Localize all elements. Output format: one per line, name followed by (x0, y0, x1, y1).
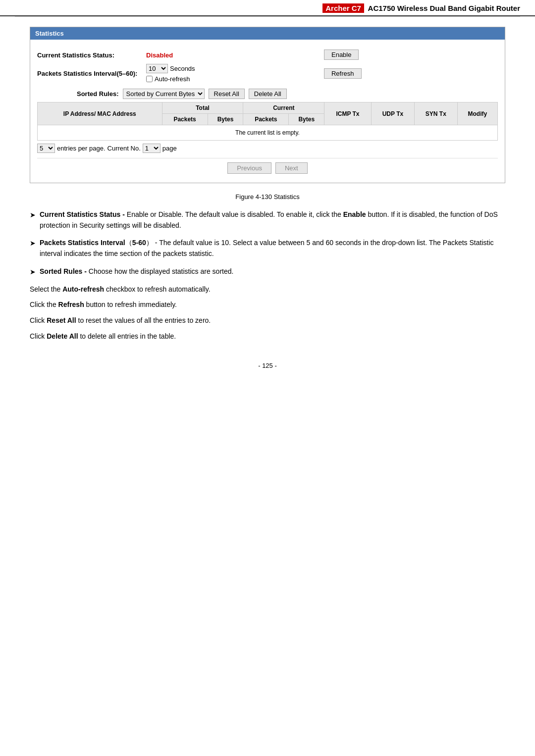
bullet-item-3: ➤ Sorted Rules - Choose how the displaye… (30, 266, 505, 277)
col-packets-current-header: Packets (243, 114, 289, 125)
entries-per-page-select[interactable]: 5 10 20 (37, 144, 55, 153)
col-udp-header: UDP Tx (371, 102, 414, 125)
refresh-button[interactable]: Refresh (324, 68, 362, 79)
col-bytes-current-header: Bytes (289, 114, 324, 125)
current-status-label: Current Statistics Status: (37, 51, 114, 59)
statistics-box: Statistics Current Statistics Status: Di… (30, 27, 505, 183)
bullet-arrow-2: ➤ (30, 238, 36, 249)
empty-table-row: The current list is empty. (38, 125, 498, 141)
bullet-item-2: ➤ Packets Statistics Interval（5-60） - Th… (30, 238, 505, 259)
col-modify-header: Modify (457, 102, 497, 125)
para-autorefresh: Select the Auto-refresh checkbox to refr… (30, 284, 505, 295)
brand: Archer C7 AC1750 Wireless Dual Band Giga… (322, 4, 520, 12)
form-table: Current Statistics Status: Disabled Enab… (37, 48, 498, 85)
model-label: Archer C7 (322, 3, 364, 13)
col-packets-total-header: Packets (162, 114, 208, 125)
next-button[interactable]: Next (275, 162, 308, 174)
para-refresh: Click the Refresh button to refresh imme… (30, 300, 505, 310)
sorted-rules-label: Sorted Rules: (77, 90, 119, 98)
sorted-rules-row: Sorted Rules: Sorted by Current Bytes Re… (37, 89, 498, 99)
page-no-select[interactable]: 1 (143, 144, 160, 153)
bullet-text-3: Sorted Rules - Choose how the displayed … (40, 266, 233, 277)
col-syn-header: SYN Tx (415, 102, 458, 125)
interval-select[interactable]: 10 (146, 64, 168, 73)
col-current-header: Current (243, 102, 324, 114)
bullet-arrow-1: ➤ (30, 210, 36, 220)
enable-button[interactable]: Enable (324, 50, 359, 60)
data-table: IP Address/ MAC Address Total Current IC… (37, 102, 498, 141)
reset-all-button[interactable]: Reset All (209, 89, 245, 99)
col-total-header: Total (162, 102, 243, 114)
col-icmp-header: ICMP Tx (324, 102, 372, 125)
para-reset: Click Reset All to reset the values of a… (30, 315, 505, 326)
enable-inline: Enable (343, 210, 366, 218)
interval-row: 10 Seconds (146, 64, 294, 73)
pagination-row: 5 10 20 entries per page. Current No. 1 … (37, 144, 498, 153)
para-delete: Click Delete All to delete all entries i… (30, 331, 505, 342)
col-ip-header: IP Address/ MAC Address (38, 102, 162, 125)
interval-label: Packets Statistics Interval(5–60): (37, 70, 137, 77)
autorefresh-row: Auto-refresh (146, 75, 294, 83)
bullet-list: ➤ Current Statistics Status - Enable or … (30, 209, 505, 277)
bullet-term-2: Packets Statistics Interval (40, 239, 125, 247)
page-number: - 125 - (30, 362, 505, 369)
previous-button[interactable]: Previous (227, 162, 271, 174)
bullet-item-1: ➤ Current Statistics Status - Enable or … (30, 209, 505, 231)
current-no-label: Current No. (107, 145, 141, 152)
seconds-label: Seconds (170, 65, 195, 72)
stats-body: Current Statistics Status: Disabled Enab… (30, 40, 505, 183)
product-label: AC1750 Wireless Dual Band Gigabit Router (368, 4, 520, 12)
nav-buttons: Previous Next (37, 158, 498, 178)
stats-title: Statistics (30, 27, 505, 40)
figure-caption: Figure 4-130 Statistics (30, 193, 505, 201)
bullet-arrow-3: ➤ (30, 267, 36, 277)
bullet-term-3: Sorted Rules - (40, 267, 87, 275)
bullet-text-1: Current Statistics Status - Enable or Di… (40, 209, 505, 231)
delete-all-button[interactable]: Delete All (249, 89, 287, 99)
col-bytes-total-header: Bytes (208, 114, 243, 125)
page-label: page (162, 145, 177, 152)
empty-message: The current list is empty. (38, 125, 498, 141)
page-header: Archer C7 AC1750 Wireless Dual Band Giga… (0, 0, 535, 16)
bullet-text-2: Packets Statistics Interval（5-60） - The … (40, 238, 505, 259)
current-status-value: Disabled (146, 51, 173, 59)
main-content: Statistics Current Statistics Status: Di… (0, 17, 535, 389)
sorted-select[interactable]: Sorted by Current Bytes (123, 89, 205, 99)
entries-per-page-label: entries per page. (57, 145, 106, 152)
autorefresh-checkbox[interactable] (146, 76, 153, 82)
autorefresh-label: Auto-refresh (155, 75, 190, 83)
bullet-term-1: Current Statistics Status - (40, 210, 125, 218)
